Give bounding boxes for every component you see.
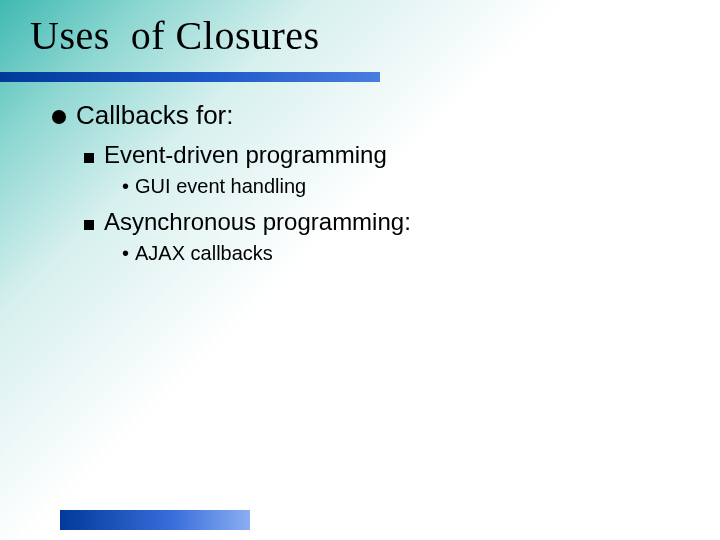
bullet-level1-text: Callbacks for:	[76, 100, 234, 131]
bullet-level3-text: AJAX callbacks	[135, 242, 273, 265]
disc-bullet-icon	[52, 110, 66, 124]
title-underline	[0, 72, 380, 82]
slide-body: Callbacks for: Event-driven programming …	[52, 96, 690, 265]
square-bullet-icon	[84, 220, 94, 230]
footer-accent-bar	[60, 510, 250, 530]
bullet-level2-text: Asynchronous programming:	[104, 208, 411, 236]
bullet-level2-text: Event-driven programming	[104, 141, 387, 169]
bullet-level1: Callbacks for:	[52, 100, 690, 131]
bullet-level3: • GUI event handling	[122, 175, 690, 198]
bullet-level2: Asynchronous programming:	[84, 208, 690, 236]
dot-bullet-icon: •	[122, 176, 129, 196]
slide-title: Uses of Closures	[30, 12, 320, 59]
dot-bullet-icon: •	[122, 243, 129, 263]
bullet-level2: Event-driven programming	[84, 141, 690, 169]
bullet-level3-text: GUI event handling	[135, 175, 306, 198]
bullet-level3: • AJAX callbacks	[122, 242, 690, 265]
square-bullet-icon	[84, 153, 94, 163]
